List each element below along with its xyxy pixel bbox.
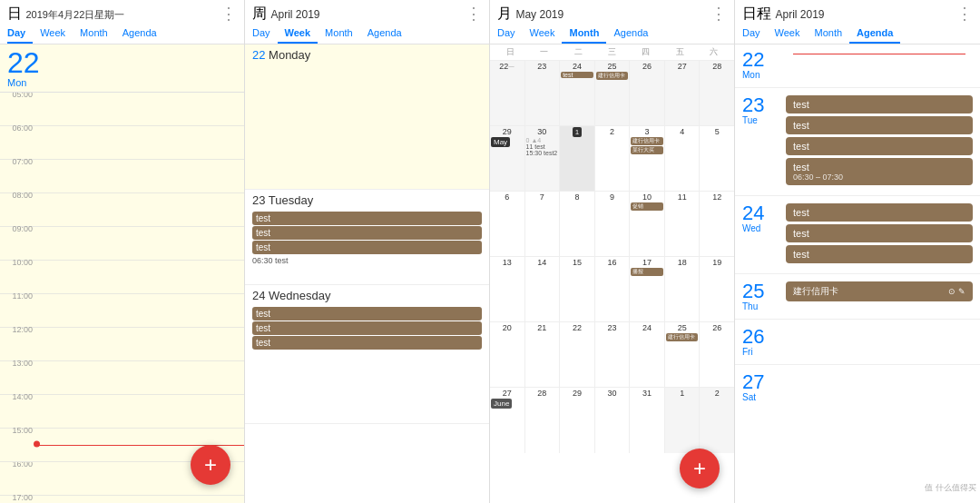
agenda-title-text: April 2019 — [775, 8, 824, 21]
month-panel: 月 May 2019 ⋮ Day Week Month Agenda 日 一 二… — [490, 0, 735, 503]
week-panel-header: 周 April 2019 ⋮ Day Week Month Agenda — [245, 0, 489, 44]
tab-day-week[interactable]: Week — [33, 24, 73, 44]
agenda-events-22 — [786, 50, 973, 58]
week-event-test-2[interactable]: test — [252, 226, 482, 240]
month-event-cuxiao[interactable]: 促销 — [631, 202, 663, 211]
week-day-23-header: 23 Tuesday — [245, 190, 489, 211]
week-event-wed-1[interactable]: test — [252, 307, 482, 321]
month-cell-j1[interactable]: 1 — [665, 388, 701, 453]
agenda-event-wed-3[interactable]: test — [786, 245, 973, 263]
month-event-cjxyk-2[interactable]: 建行信用卡 — [631, 137, 663, 145]
month-cell-m31[interactable]: 31 — [630, 388, 665, 453]
month-cell-m21[interactable]: 21 — [525, 322, 561, 387]
month-cell-m18[interactable]: 18 — [665, 257, 701, 321]
month-cell-m16[interactable]: 16 — [595, 257, 631, 321]
month-cell-m10[interactable]: 10促销 — [630, 192, 665, 256]
week-panel: 周 April 2019 ⋮ Day Week Month Agenda 22 … — [245, 0, 490, 503]
month-cell-m1[interactable]: 1 — [560, 126, 595, 191]
month-cell-m3[interactable]: 3 建行信用卡 某行大买 — [630, 126, 665, 191]
tab-agenda-day[interactable]: Day — [742, 24, 768, 44]
month-cell-422[interactable]: 22一 — [490, 61, 525, 125]
tab-agenda-month[interactable]: Month — [807, 24, 849, 44]
month-cell-m6[interactable]: 6 — [490, 192, 525, 256]
month-event-test[interactable]: test — [561, 72, 593, 78]
month-event-cjxyk-1[interactable]: 建行信用卡 — [596, 72, 629, 80]
month-cell-428[interactable]: 28 — [700, 61, 734, 125]
tab-month-agenda[interactable]: Agenda — [606, 24, 655, 44]
agenda-event-test-timed[interactable]: test 06:30 – 07:30 — [786, 158, 973, 185]
month-cell-m12[interactable]: 12 — [700, 192, 734, 256]
month-cell-425[interactable]: 25建行信用卡 — [595, 61, 631, 125]
dow-wed: 三 — [595, 46, 629, 58]
tab-week-day[interactable]: Day — [252, 24, 278, 44]
day-more-button[interactable]: ⋮ — [220, 4, 237, 24]
watermark: 值 什么值得买 — [925, 482, 976, 494]
week-event-test-1[interactable]: test — [252, 212, 482, 225]
month-cell-m29[interactable]: 29 — [560, 388, 595, 453]
week-zh-icon: 周 — [252, 5, 267, 21]
month-cell-424[interactable]: 24test — [560, 61, 595, 125]
month-cell-m22[interactable]: 22 — [560, 322, 595, 387]
tab-day-day[interactable]: Day — [7, 24, 33, 44]
day-fab-add[interactable]: + — [191, 445, 230, 485]
month-cell-m2[interactable]: 2 — [595, 126, 631, 191]
tab-week-week[interactable]: Week — [278, 24, 318, 44]
agenda-event-test-1[interactable]: test — [786, 95, 973, 113]
month-cell-m14[interactable]: 14 — [525, 257, 561, 321]
month-cell-430[interactable]: 30 0 ▲4 11 test 15:30 test2 — [525, 126, 561, 191]
month-cell-m23[interactable]: 23 — [595, 322, 631, 387]
month-fab-add[interactable]: + — [680, 449, 720, 488]
month-cell-m13[interactable]: 13 — [490, 257, 525, 321]
agenda-event-wed-1[interactable]: test — [786, 203, 973, 222]
month-cell-429[interactable]: 29 May — [490, 126, 525, 191]
tab-month-month[interactable]: Month — [562, 24, 606, 44]
agenda-scroll[interactable]: 22 Mon 23 Tue test test test test 06:30 … — [735, 44, 980, 503]
month-cell-m26[interactable]: 26 — [700, 322, 734, 387]
time-slot-0900: 09:00 — [0, 227, 244, 261]
month-cell-m28[interactable]: 28 — [525, 388, 561, 453]
tab-day-agenda[interactable]: Agenda — [115, 24, 164, 44]
agenda-event-wed-2[interactable]: test — [786, 224, 973, 242]
month-cell-m11[interactable]: 11 — [665, 192, 701, 256]
month-cell-m30[interactable]: 30 — [595, 388, 631, 453]
month-more-button[interactable]: ⋮ — [710, 4, 727, 24]
tab-month-day[interactable]: Day — [497, 24, 523, 44]
tab-month-week[interactable]: Week — [523, 24, 563, 44]
tab-week-month[interactable]: Month — [318, 24, 360, 44]
day-time-slots[interactable]: 05:00 06:00 07:00 08:00 09:00 10:00 11:0… — [0, 93, 244, 503]
agenda-more-button[interactable]: ⋮ — [956, 4, 973, 24]
week-more-button[interactable]: ⋮ — [466, 4, 482, 24]
month-cell-m25[interactable]: 25建行信用卡 — [665, 322, 701, 387]
week-event-test-3[interactable]: test — [252, 241, 482, 254]
month-cell-426[interactable]: 26 — [630, 61, 665, 125]
agenda-event-test-2[interactable]: test — [786, 116, 973, 134]
month-event-bobao[interactable]: 播报 — [631, 268, 663, 276]
month-cell-m17[interactable]: 17播报 — [630, 257, 665, 321]
month-grid: 22一 23 24test 25建行信用卡 26 27 28 29 May 30… — [490, 61, 734, 503]
tab-agenda-week[interactable]: Week — [768, 24, 808, 44]
month-cell-m24[interactable]: 24 — [630, 322, 665, 387]
month-cell-m8[interactable]: 8 — [560, 192, 595, 256]
month-cell-m20[interactable]: 20 — [490, 322, 525, 387]
month-cell-m5[interactable]: 5 — [700, 126, 734, 191]
month-cell-m19[interactable]: 19 — [700, 257, 734, 321]
month-cell-427[interactable]: 27 — [665, 61, 701, 125]
month-cell-m4[interactable]: 4 — [665, 126, 701, 191]
week-scroll[interactable]: 22 Monday 23 Tuesday test test test 06:3… — [245, 44, 489, 503]
month-cell-423[interactable]: 23 — [525, 61, 561, 125]
tab-week-agenda[interactable]: Agenda — [360, 24, 409, 44]
month-cell-m7[interactable]: 7 — [525, 192, 561, 256]
agenda-event-test-3[interactable]: test — [786, 137, 973, 155]
tab-day-month[interactable]: Month — [73, 24, 115, 44]
agenda-events-25: 建行信用卡 ⊙ ✎ — [786, 281, 973, 304]
tab-agenda-agenda[interactable]: Agenda — [849, 24, 900, 44]
month-cell-j2[interactable]: 2 — [700, 388, 734, 453]
month-event-mhdm[interactable]: 某行大买 — [631, 146, 663, 154]
month-event-cjxyk-3[interactable]: 建行信用卡 — [666, 333, 699, 341]
week-event-wed-2[interactable]: test — [252, 321, 482, 335]
month-cell-m9[interactable]: 9 — [595, 192, 631, 256]
week-event-wed-3[interactable]: test — [252, 336, 482, 350]
agenda-event-cjxyk[interactable]: 建行信用卡 ⊙ ✎ — [786, 281, 973, 301]
month-cell-m15[interactable]: 15 — [560, 257, 595, 321]
month-cell-m27[interactable]: 27 June — [490, 388, 525, 453]
